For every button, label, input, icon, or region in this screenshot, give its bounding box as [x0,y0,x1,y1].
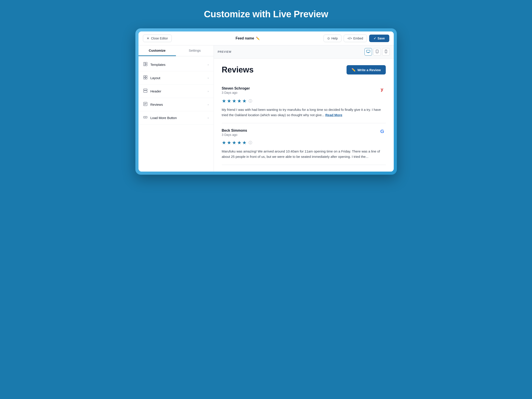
layout-label: Layout [151,76,160,80]
read-more-1[interactable]: Read More [325,113,342,117]
desktop-icon [366,50,370,54]
header-chevron-icon: › [208,90,209,93]
reviewer-info-2: Beck Simmons 3 Days ago [222,129,247,136]
svg-rect-1 [145,62,147,64]
sidebar: Customize Settings [139,45,214,172]
header-icon [143,89,147,94]
star-2-4: ★ [237,140,241,146]
stars-1: ★ ★ ★ ★ ★ ⓘ [222,98,386,104]
preview-content: Reviews ✏️ Write a Review Steven Schroge… [214,58,394,172]
embed-label: Embed [353,37,363,40]
star-1-2: ★ [227,98,231,104]
svg-point-19 [377,52,377,53]
review-date-1: 3 Days ago [222,91,250,94]
svg-rect-7 [144,89,147,90]
preview-label: PREVIEW [218,50,232,53]
info-icon-1: ⓘ [249,99,252,103]
svg-rect-2 [145,64,147,66]
mobile-view-button[interactable] [382,48,390,56]
device-buttons [365,48,390,56]
svg-rect-6 [146,77,147,79]
tab-settings[interactable]: Settings [176,45,214,56]
tablet-icon [376,50,379,54]
help-button[interactable]: ⊙ Help [323,35,342,42]
star-2-3: ★ [232,140,236,146]
save-label: Save [378,37,385,40]
save-button[interactable]: ✓ Save [369,35,389,42]
review-top-2: Beck Simmons 3 Days ago G [222,129,386,137]
sidebar-item-layout[interactable]: Layout › [139,71,214,85]
load-more-label: Load More Button [151,116,177,120]
layout-icon [143,62,147,67]
review-top-1: Steven Schroger 3 Days ago y [222,86,386,96]
top-bar-right: ⊙ Help </> Embed ✓ Save [323,35,389,42]
reviewer-name-2: Beck Simmons [222,129,247,133]
reviews-widget-title: Reviews [222,65,254,74]
svg-rect-4 [146,76,147,77]
check-icon: ✓ [374,37,376,40]
layout-chevron-icon: › [208,76,209,80]
embed-button[interactable]: </> Embed [344,35,367,42]
sidebar-tabs: Customize Settings [139,45,214,56]
mobile-icon [385,50,387,54]
star-1-4: ★ [237,98,241,104]
sidebar-item-reviews[interactable]: Reviews › [139,98,214,111]
page-title: Customize with Live Preview [204,9,328,19]
load-more-chevron-icon: › [208,116,209,119]
reviewer-info-1: Steven Schroger 3 Days ago [222,86,250,94]
close-icon: ✕ [147,37,149,40]
svg-rect-5 [144,77,145,79]
help-label: Help [331,37,338,40]
reviews-chevron-icon: › [208,103,209,106]
sidebar-item-header-left: Header [143,89,161,94]
google-icon: G [379,129,386,137]
feed-name-display[interactable]: Feed name ✏️ [235,36,260,40]
review-date-2: 3 Days ago [222,133,247,136]
svg-rect-15 [367,50,370,52]
svg-point-21 [386,52,386,53]
star-1-3: ★ [232,98,236,104]
write-review-button[interactable]: ✏️ Write a Review [347,65,386,74]
reviews-label: Reviews [151,103,163,106]
tablet-view-button[interactable] [373,48,381,56]
editor-container: ✕ Close Editor Feed name ✏️ ⊙ Help </> E… [139,32,394,172]
templates-label: Templates [151,63,165,66]
help-icon: ⊙ [327,37,330,40]
tab-customize[interactable]: Customize [139,45,176,56]
sidebar-item-reviews-left: Reviews [143,102,163,107]
sidebar-item-layout-left: Layout [143,75,160,80]
close-editor-button[interactable]: ✕ Close Editor [143,35,172,42]
main-content: Customize Settings [139,45,394,172]
sidebar-item-templates[interactable]: Templates › [139,58,214,71]
list-icon [143,102,147,107]
svg-text:y: y [381,87,383,92]
star-1-1: ★ [222,98,226,104]
close-editor-label: Close Editor [151,37,168,40]
pencil-icon: ✏️ [351,68,356,72]
templates-chevron-icon: › [208,63,209,66]
review-card-2: Beck Simmons 3 Days ago G [222,123,386,165]
feed-name-text: Feed name [235,36,254,40]
desktop-view-button[interactable] [365,48,372,56]
svg-rect-3 [144,76,145,77]
tab-customize-label: Customize [149,49,165,52]
star-2-5: ★ [242,140,247,146]
yelp-icon: y [378,86,386,96]
review-text-1: My friend I was with had been wanting to… [222,107,386,118]
stars-2: ★ ★ ★ ★ ★ ⓘ [222,140,386,146]
sidebar-item-load-more-button[interactable]: Load More Button › [139,111,214,125]
review-card-1: Steven Schroger 3 Days ago y [222,81,386,123]
info-icon-2: ⓘ [249,141,252,145]
star-2-2: ★ [227,140,231,146]
svg-text:G: G [380,129,384,134]
tab-settings-label: Settings [189,49,201,52]
preview-header: PREVIEW [214,45,394,58]
button-icon [143,115,147,120]
reviewer-name-1: Steven Schroger [222,86,250,90]
reviews-header: Reviews ✏️ Write a Review [222,65,386,74]
sidebar-item-header[interactable]: Header › [139,85,214,98]
sidebar-item-templates-left: Templates [143,62,165,67]
top-bar: ✕ Close Editor Feed name ✏️ ⊙ Help </> E… [139,32,394,45]
grid-icon [143,75,147,80]
write-review-label: Write a Review [357,68,381,72]
